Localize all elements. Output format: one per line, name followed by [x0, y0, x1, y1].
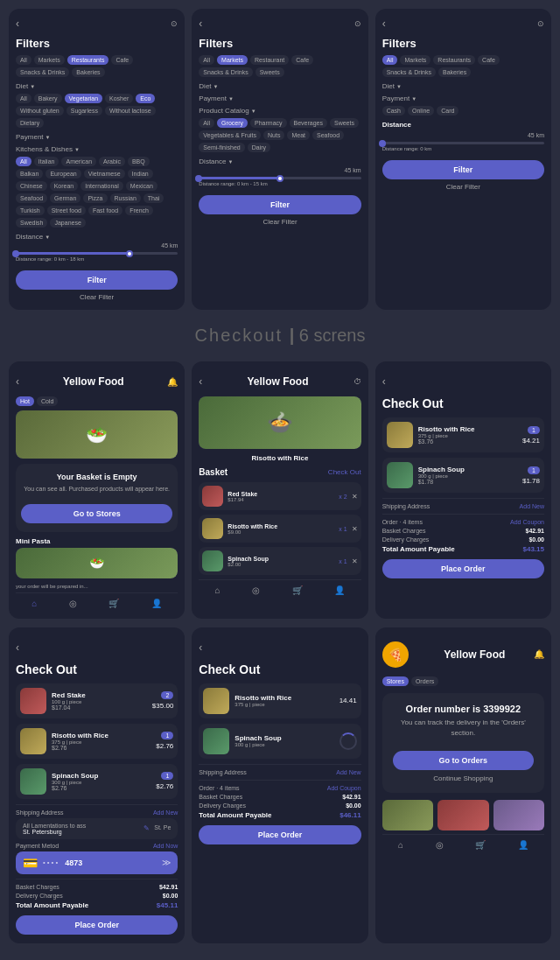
chip2-sweets[interactable]: Sweets — [256, 67, 284, 77]
tab-cold[interactable]: Cold — [37, 396, 58, 406]
kitchen-swedish[interactable]: Swedish — [16, 218, 47, 228]
prod-meat[interactable]: Meat — [287, 130, 310, 140]
chip2-snacks[interactable]: Snacks & Drinks — [199, 67, 252, 77]
prod-nuts[interactable]: Nuts — [263, 130, 284, 140]
diet-eco[interactable]: Eco — [136, 94, 155, 103]
back-icon-full[interactable]: ‹ — [16, 641, 19, 654]
prod-seafood[interactable]: Seafood — [312, 130, 344, 140]
kitchen-seafood[interactable]: Seafood — [16, 193, 47, 203]
diet-kosher[interactable]: Kosher — [105, 94, 133, 103]
nav-basket-2[interactable]: 🛒 — [292, 585, 303, 595]
nav-basket-success[interactable]: 🛒 — [475, 840, 486, 850]
diet-dietary[interactable]: Dietary — [16, 118, 44, 128]
distance-label-1[interactable]: Distance — [16, 233, 178, 241]
prod-pharmacy[interactable]: Pharmacy — [250, 118, 287, 128]
chip2-markets[interactable]: Markets — [217, 55, 248, 65]
chip3-all[interactable]: All — [382, 55, 398, 65]
pay-card[interactable]: Card — [437, 106, 458, 116]
prod-semi[interactable]: Semi-finished — [199, 143, 244, 152]
pay-cash[interactable]: Cash — [382, 106, 405, 116]
diet-bakery[interactable]: Bakery — [34, 94, 62, 103]
prod-all[interactable]: All — [199, 118, 214, 128]
payment-label-3[interactable]: Payment — [382, 95, 544, 102]
nav-home-2[interactable]: ⌂ — [215, 585, 220, 595]
nav-home-1[interactable]: ⌂ — [32, 599, 37, 608]
back-icon-basket[interactable]: ‹ — [16, 375, 19, 388]
distance-slider-3[interactable] — [382, 142, 544, 144]
chip-cafe[interactable]: Cafe — [111, 55, 133, 65]
prod-dairy[interactable]: Dairy — [248, 143, 270, 152]
basket-item-close-3[interactable]: ✕ — [352, 557, 358, 565]
basket-item-close-1[interactable]: ✕ — [352, 493, 358, 501]
kitchen-european[interactable]: European — [46, 169, 80, 179]
qty-spinach[interactable]: 1 — [528, 466, 540, 474]
edit-address-icon[interactable]: ✎ — [144, 824, 150, 832]
distance-label-2[interactable]: Distance — [199, 158, 360, 165]
kitchen-german[interactable]: German — [50, 193, 80, 203]
coupon-btn-3[interactable]: Add Coupon — [327, 785, 361, 791]
coupon-btn[interactable]: Add Coupon — [510, 519, 544, 525]
kitchen-japanese[interactable]: Japanese — [50, 218, 85, 228]
nav-search-2[interactable]: ◎ — [252, 585, 260, 595]
kitchen-arabic[interactable]: Arabic — [99, 157, 125, 166]
kitchen-french[interactable]: French — [125, 206, 153, 215]
chip2-restaurant[interactable]: Restaurant — [250, 55, 289, 65]
product-label[interactable]: Product Catalog — [199, 107, 360, 115]
success-tab-stores[interactable]: Stores — [382, 676, 409, 686]
filter-btn-1[interactable]: Filter — [16, 270, 178, 290]
diet-lactose[interactable]: Without lactose — [105, 106, 156, 116]
chip2-all[interactable]: All — [199, 55, 214, 65]
add-now-btn[interactable]: Add Now — [153, 843, 178, 849]
clear-btn-1[interactable]: Clear Filter — [16, 293, 178, 301]
kitchen-balkan[interactable]: Balkan — [16, 169, 43, 179]
kitchen-indian[interactable]: Indian — [128, 169, 153, 179]
success-tab-orders[interactable]: Orders — [411, 676, 438, 686]
nav-profile-success[interactable]: 👤 — [518, 840, 528, 850]
checkout-link[interactable]: Check Out — [328, 468, 361, 476]
prod-veg[interactable]: Vegetables & Fruits — [199, 130, 261, 140]
prod-sweets[interactable]: Sweets — [330, 118, 359, 128]
prod-beverages[interactable]: Beverages — [290, 118, 327, 128]
back-icon-2[interactable]: ‹ — [199, 18, 202, 30]
nav-search-success[interactable]: ◎ — [436, 840, 444, 850]
add-new-btn[interactable]: Add New — [520, 503, 544, 509]
continue-shopping-btn[interactable]: Continue Shopping — [393, 774, 534, 782]
nav-home-success[interactable]: ⌂ — [398, 840, 403, 850]
diet-all[interactable]: All — [16, 94, 32, 103]
kitchen-thai[interactable]: Thai — [144, 193, 164, 203]
chip-markets[interactable]: Markets — [34, 55, 65, 65]
chip-snacks[interactable]: Snacks & Drinks — [16, 67, 69, 77]
basket-item-close-2[interactable]: ✕ — [352, 525, 358, 533]
kitchen-russian[interactable]: Russian — [110, 193, 141, 203]
nav-profile-1[interactable]: 👤 — [151, 599, 162, 608]
tab-hot[interactable]: Hot — [16, 396, 34, 406]
kitchen-pizza[interactable]: Pizza — [83, 193, 107, 203]
chip-all[interactable]: All — [16, 55, 32, 65]
diet-label-2[interactable]: Diet — [199, 82, 360, 90]
kitchen-all[interactable]: All — [16, 157, 32, 166]
kitchen-fast[interactable]: Fast food — [88, 206, 122, 215]
kitchen-italian[interactable]: Italian — [34, 157, 60, 166]
back-icon-3[interactable]: ‹ — [382, 18, 386, 30]
nav-basket-1[interactable]: 🛒 — [108, 599, 119, 608]
diet-veg[interactable]: Vegetarian — [65, 94, 102, 103]
kitchen-mexican[interactable]: Mexican — [126, 181, 158, 191]
diet-label-3[interactable]: Diet — [382, 82, 544, 90]
prod-grocery[interactable]: Grocery — [217, 118, 248, 128]
place-order-btn-1[interactable]: Place Order — [382, 559, 544, 578]
qty-risotto2[interactable]: 1 — [161, 732, 173, 739]
kitchens-label[interactable]: Kitchens & Dishes — [16, 145, 178, 153]
payment-label-1[interactable]: Payment — [16, 133, 178, 141]
clear-btn-3[interactable]: Clear Filter — [382, 183, 544, 191]
chip2-cafe[interactable]: Cafe — [291, 55, 313, 65]
chip3-restaurants[interactable]: Restaurants — [433, 55, 475, 65]
qty-risotto[interactable]: 1 — [528, 426, 540, 434]
clear-btn-2[interactable]: Clear Filter — [199, 218, 360, 226]
pay-online[interactable]: Online — [408, 106, 434, 116]
address-delete-icon[interactable]: St. Pe — [154, 824, 171, 832]
place-order-btn-2[interactable]: Place Order — [16, 915, 178, 935]
kitchen-turkish[interactable]: Turkish — [16, 206, 45, 215]
payment-label-2[interactable]: Payment — [199, 95, 360, 102]
kitchen-chinese[interactable]: Chinese — [16, 181, 47, 191]
bell-icon[interactable]: 🔔 — [167, 377, 178, 387]
